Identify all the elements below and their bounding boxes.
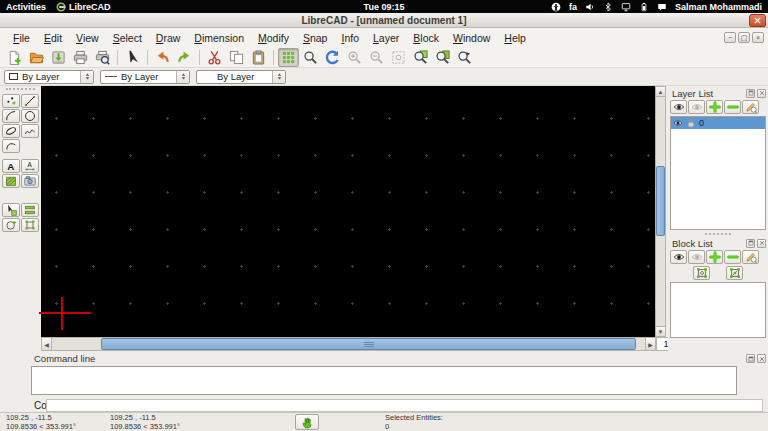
display-icon[interactable]	[621, 2, 631, 12]
close-dock-button[interactable]	[757, 354, 766, 363]
zoom-previous-button[interactable]	[410, 48, 431, 67]
window-close-button[interactable]	[749, 14, 766, 27]
app-menu[interactable]: LibreCAD	[56, 2, 111, 12]
arcs-tool-button[interactable]	[2, 109, 20, 123]
remove-layer-button[interactable]	[724, 100, 741, 114]
cut-button[interactable]	[204, 48, 225, 67]
redo-button[interactable]	[174, 48, 195, 67]
menu-block[interactable]: Block	[406, 30, 446, 46]
show-all-layers-button[interactable]	[670, 100, 687, 114]
pen-style-select[interactable]: By Layer	[196, 70, 286, 84]
close-dock-button[interactable]	[757, 239, 766, 248]
scroll-left-button[interactable]: ◀	[42, 338, 52, 350]
mdi-minimize-button[interactable]: −	[724, 32, 736, 43]
mdi-close-button[interactable]: ×	[752, 32, 764, 43]
order-tool-button[interactable]	[2, 218, 20, 232]
bluetooth-icon[interactable]	[603, 2, 613, 12]
layer-lock-icon[interactable]	[686, 118, 696, 128]
edit-layer-button[interactable]	[742, 100, 759, 114]
command-history-area[interactable]	[31, 366, 737, 395]
redraw-button[interactable]	[322, 48, 343, 67]
zoom-button[interactable]	[300, 48, 321, 67]
language-indicator[interactable]: fa	[569, 2, 577, 12]
float-dock-button[interactable]	[746, 89, 755, 98]
menu-select[interactable]: Select	[106, 30, 149, 46]
add-block-button[interactable]	[706, 250, 723, 264]
horizontal-scrollbar-thumb[interactable]	[101, 338, 636, 350]
activities-button[interactable]: Activities	[6, 2, 46, 12]
hide-all-layers-button[interactable]	[688, 100, 705, 114]
menu-help[interactable]: Help	[497, 30, 533, 46]
insert-block-button[interactable]	[726, 266, 743, 280]
horizontal-scrollbar[interactable]: ◀ ▶	[41, 337, 656, 351]
menu-snap[interactable]: Snap	[296, 30, 335, 46]
text-tool-button[interactable]: A	[2, 159, 20, 173]
spinner-arrows-icon[interactable]	[176, 71, 189, 83]
save-file-button[interactable]	[48, 48, 69, 67]
print-preview-button[interactable]	[92, 48, 113, 67]
scroll-down-button[interactable]: ▼	[656, 326, 665, 336]
ellipses-tool-button[interactable]	[2, 124, 20, 138]
layer-row-selected[interactable]: 0	[671, 117, 765, 129]
pen-color-select[interactable]: By Layer	[4, 70, 94, 84]
add-layer-button[interactable]	[706, 100, 723, 114]
scroll-up-button[interactable]: ▲	[656, 87, 665, 97]
splines-tool-button[interactable]	[21, 124, 39, 138]
volume-icon[interactable]	[585, 2, 595, 12]
menu-layer[interactable]: Layer	[366, 30, 406, 46]
battery-icon[interactable]	[639, 2, 649, 12]
menu-dimension[interactable]: Dimension	[187, 30, 251, 46]
show-all-blocks-button[interactable]	[670, 250, 687, 264]
float-dock-button[interactable]	[746, 239, 755, 248]
spinner-arrows-icon[interactable]	[272, 71, 285, 83]
menu-file[interactable]: File	[6, 30, 37, 46]
modify-tool-button[interactable]	[21, 203, 39, 217]
zoom-window-button[interactable]	[432, 48, 453, 67]
window-title-bar[interactable]: LibreCAD - [unnamed document 1]	[0, 13, 768, 28]
new-file-button[interactable]	[4, 48, 25, 67]
print-button[interactable]	[70, 48, 91, 67]
chat-icon[interactable]	[657, 2, 667, 12]
zoom-auto-button[interactable]	[388, 48, 409, 67]
float-dock-button[interactable]	[746, 354, 755, 363]
dimensions-tool-button[interactable]: A	[21, 159, 39, 173]
menu-window[interactable]: Window	[446, 30, 497, 46]
menu-modify[interactable]: Modify	[251, 30, 296, 46]
circles-tool-button[interactable]	[21, 109, 39, 123]
menu-view[interactable]: View	[69, 30, 106, 46]
hide-all-blocks-button[interactable]	[688, 250, 705, 264]
layer-visibility-icon[interactable]	[673, 118, 683, 128]
zoom-in-button[interactable]	[344, 48, 365, 67]
grid-toggle-button[interactable]	[278, 48, 299, 67]
select-action-button[interactable]	[295, 414, 319, 430]
menu-draw[interactable]: Draw	[149, 30, 188, 46]
lines-tool-button[interactable]	[21, 94, 39, 108]
menu-info[interactable]: Info	[334, 30, 366, 46]
pen-width-select[interactable]: By Layer	[100, 70, 190, 84]
user-menu[interactable]: Salman Mohammadi	[675, 2, 762, 12]
undo-button[interactable]	[152, 48, 173, 67]
scroll-right-button[interactable]: ▶	[645, 338, 655, 350]
create-block-button[interactable]	[693, 266, 710, 280]
select-pointer-button[interactable]	[122, 48, 143, 67]
spinner-arrows-icon[interactable]	[80, 71, 93, 83]
copy-button[interactable]	[226, 48, 247, 67]
menu-edit[interactable]: Edit	[37, 30, 69, 46]
drawing-canvas[interactable]	[41, 86, 655, 337]
edit-block-button[interactable]	[742, 250, 759, 264]
command-input[interactable]	[46, 399, 763, 412]
polylines-tool-button[interactable]	[2, 139, 20, 153]
paste-button[interactable]	[248, 48, 269, 67]
zoom-out-button[interactable]	[366, 48, 387, 67]
a11y-icon[interactable]	[551, 2, 561, 12]
mdi-restore-button[interactable]: ▢	[738, 32, 750, 43]
zoom-pan-button[interactable]	[454, 48, 475, 67]
remove-block-button[interactable]	[724, 250, 741, 264]
hatch-tool-button[interactable]	[2, 174, 20, 188]
select-tool-button[interactable]	[2, 203, 20, 217]
vertical-scrollbar[interactable]: ▲ ▼	[655, 86, 666, 337]
toolbar-drag-handle[interactable]	[6, 88, 35, 93]
points-tool-button[interactable]	[2, 94, 20, 108]
close-dock-button[interactable]	[757, 89, 766, 98]
image-tool-button[interactable]	[21, 174, 39, 188]
